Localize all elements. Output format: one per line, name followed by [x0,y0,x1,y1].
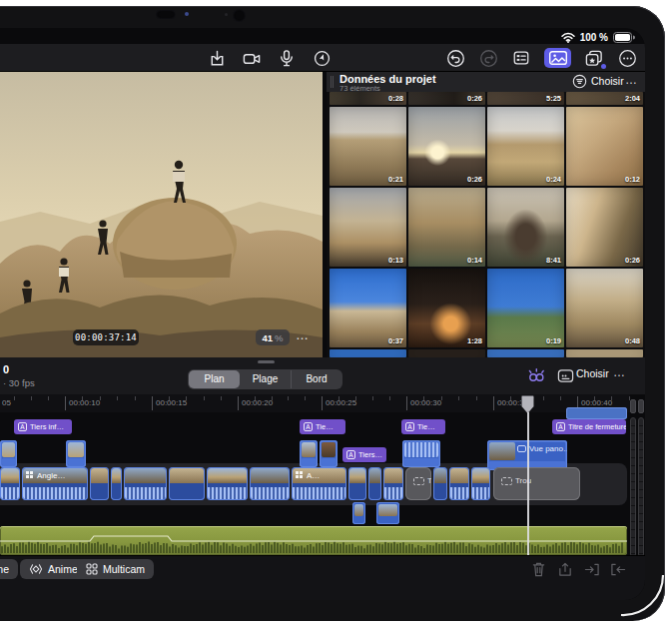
media-thumbnail[interactable]: 2:04 [566,92,643,105]
media-thumbnail[interactable]: 8:41 [487,188,564,267]
ruler-minor-tick [305,396,306,400]
media-thumbnail[interactable]: 0:21 [330,107,406,186]
multicam-button[interactable]: Multicam [77,559,154,579]
zoom-unit: % [275,332,283,343]
clip-action-button-partial[interactable]: ne [0,559,18,579]
media-thumbnail[interactable] [487,349,564,357]
media-thumbnail[interactable]: 0:26 [566,188,643,267]
timeline-more-button[interactable]: … [613,365,626,379]
storyline-clip[interactable] [348,467,366,500]
ruler-minor-tick [288,396,289,400]
media-thumbnail[interactable] [566,349,643,357]
viewer[interactable]: 00:00:37:14 41% … [0,72,323,357]
clip-duration: 0:19 [546,336,561,345]
title-style-icon: A [405,422,414,431]
title-clip[interactable]: ATie… [300,419,345,434]
connected-clip-below[interactable] [376,502,399,524]
ruler-minor-tick [355,396,356,400]
media-thumbnail[interactable]: 0:28 [330,92,406,105]
ruler-label: 00:00:10 [69,398,100,407]
trash-icon[interactable] [530,561,546,577]
timeline-choose-button[interactable]: Choisir [576,367,609,379]
connected-clip[interactable] [0,440,17,467]
media-thumbnail[interactable]: 0:26 [408,92,485,105]
camera-icon[interactable] [242,48,262,68]
connected-clip-below[interactable] [352,502,365,524]
clip-duration: 0:37 [388,336,403,345]
gap-clip[interactable]: Trou [493,467,580,500]
storyline-clip[interactable] [433,467,447,500]
title-style-icon: A [18,422,27,431]
project-fps: · 30 fps [3,377,35,388]
zoom-value: 41 [262,332,273,343]
media-grid: 0:280:265:252:040:210:260:240:120:130:14… [327,72,645,357]
snapping-icon[interactable] [526,365,546,385]
divider-drag-handle[interactable] [258,360,275,363]
title-style-icon: A [556,422,565,431]
storyline-clip[interactable] [111,467,122,500]
storyline-clip[interactable] [383,467,403,500]
insert-left-icon[interactable] [584,561,600,577]
media-thumbnail[interactable]: 0:19 [487,269,564,347]
connected-clip[interactable] [402,440,440,467]
ruler-minor-tick [14,396,15,400]
media-thumbnail[interactable]: 0:13 [330,188,406,267]
mic-icon[interactable] [277,48,297,68]
ruler-minor-tick [389,396,390,400]
clips-icon[interactable] [584,48,604,68]
timeline-ruler[interactable]: 0500:00:1000:00:1500:00:2000:00:2500:00:… [0,394,630,412]
media-thumbnail[interactable] [330,349,406,357]
segment-bord[interactable]: Bord [291,370,341,388]
storyline-clip[interactable] [471,467,490,500]
title-clip[interactable]: ATiers… [342,447,386,462]
media-thumbnail[interactable] [408,349,485,357]
segment-plage[interactable]: Plage [240,370,291,388]
storyline-clip[interactable] [124,467,167,500]
inspector-icon[interactable] [511,48,531,68]
camera-lens-icon [156,10,176,19]
storyline-clip[interactable] [0,467,20,500]
pencil-icon[interactable] [312,48,332,68]
clip-duration: 5:25 [546,94,561,103]
insert-right-icon[interactable] [610,561,626,577]
storyline-clip[interactable] [368,467,381,500]
storyline-clip[interactable]: A… [292,467,346,500]
storyline-clip[interactable]: Angle… [22,467,88,500]
clip-duration: 0:13 [388,256,403,265]
media-thumbnail[interactable]: 0:48 [566,269,643,347]
storyline-clip[interactable] [449,467,469,500]
overview-icon[interactable] [555,365,575,385]
media-thumbnail[interactable]: 1:28 [408,269,485,347]
media-browser-panel: Données du projet 73 éléments Choisir … … [327,72,645,357]
storyline-clip[interactable] [250,467,290,500]
title-clip[interactable]: ATiers inf… [14,419,72,434]
media-thumbnail[interactable]: 0:12 [566,107,643,186]
storyline-clip[interactable] [207,467,248,500]
redo-icon[interactable] [478,48,498,68]
media-thumbnail[interactable]: 5:25 [487,92,564,105]
zoom-level[interactable]: 41% [256,329,290,345]
connected-clip[interactable] [320,440,337,467]
segment-plan[interactable]: Plan [189,370,240,388]
extract-icon[interactable] [557,561,573,577]
viewer-more-button[interactable]: … [296,327,310,342]
media-thumbnail[interactable]: 0:14 [408,188,485,267]
import-icon[interactable] [207,48,227,68]
media-thumbnail[interactable]: 0:37 [330,269,406,347]
storyline-clip[interactable] [90,467,109,500]
media-thumbnail[interactable]: 0:24 [487,107,564,186]
gap-clip[interactable]: T… [405,467,431,500]
connected-clip[interactable] [66,440,86,467]
title-clip[interactable]: ATie… [401,419,445,434]
more-icon[interactable] [617,48,637,68]
connected-clip[interactable] [300,440,318,467]
timecode-display[interactable]: 00:00:37:14 [73,329,139,345]
media-browser-icon[interactable] [544,48,571,68]
media-thumbnail[interactable]: 0:26 [408,107,485,186]
music-clip[interactable] [0,526,627,555]
connected-clip-bar[interactable] [566,407,627,419]
storyline-clip[interactable] [169,467,205,500]
undo-icon[interactable] [445,48,465,68]
audio-meter-left [630,417,636,557]
title-clip[interactable]: ATitre de fermeture [552,419,626,434]
